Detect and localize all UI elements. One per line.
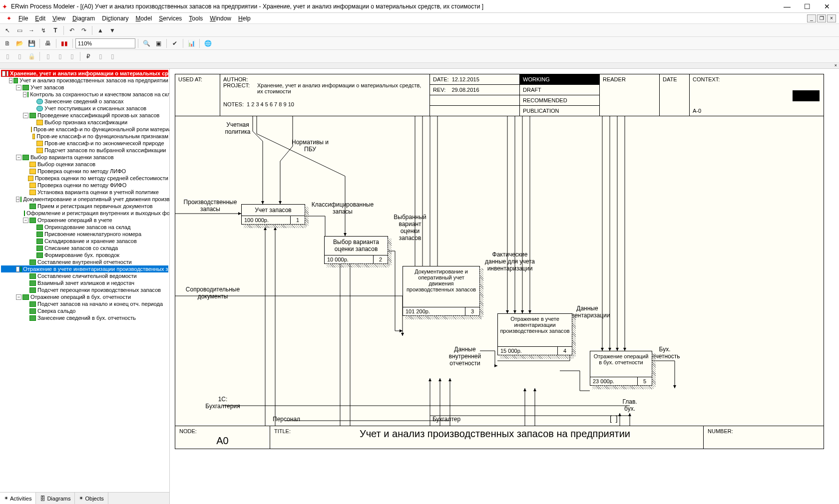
tree-item[interactable]: Сверка сальдо: [1, 307, 168, 314]
menu-help[interactable]: Help: [235, 14, 254, 23]
tree-item[interactable]: Составление сличительной ведомости: [1, 272, 168, 279]
redo-button[interactable]: ↷: [78, 25, 89, 36]
panel-closer[interactable]: ×: [0, 63, 839, 69]
arrow-label: Сопроводительные документы: [180, 286, 245, 300]
tree-item[interactable]: Пров-ие классиф-и по функциональным приз…: [1, 133, 168, 140]
tree-item[interactable]: −Учет запасов: [1, 84, 168, 91]
close-button[interactable]: ✕: [817, 1, 837, 12]
tree-item[interactable]: −Отражение операций в учете: [1, 217, 168, 224]
print-button[interactable]: 🖶: [42, 38, 53, 49]
go-down-button[interactable]: ▼: [107, 25, 118, 36]
tree-item[interactable]: Занесение сведений о запасах: [1, 98, 168, 105]
idef-header: USED AT: AUTHOR: PROJECT:Хранение, учет …: [175, 74, 824, 116]
svc-button-9: ▯: [107, 51, 118, 62]
idef-footer: NODE: A0 TITLE: Учет и анализ производст…: [175, 426, 824, 449]
activity-box-1[interactable]: Учет запасов 100 000р.1: [241, 204, 305, 225]
tree-item[interactable]: Установка варианта оценки в учетной поли…: [1, 189, 168, 196]
tree-item[interactable]: Составление внутренней отчетности: [1, 258, 168, 265]
idef0-frame: USED AT: AUTHOR: PROJECT:Хранение, учет …: [175, 74, 824, 449]
menu-dictionary[interactable]: Dictionary: [98, 14, 132, 23]
tree-item[interactable]: Списание запасов со склада: [1, 245, 168, 252]
services-toolbar: ▯ ▯ 🔒 ▯ ▯ ▯ ₽ ▯ ▯: [0, 50, 839, 63]
tree-item[interactable]: Занесение сведений в бух. отчетность: [1, 314, 168, 321]
menu-tools[interactable]: Tools: [185, 14, 206, 23]
tree-item[interactable]: Проверка оценки по методу средней себест…: [1, 175, 168, 182]
modelmart-button[interactable]: 🌐: [202, 38, 213, 49]
number-cell: NUMBER:: [704, 426, 824, 449]
arrow-tool-button[interactable]: →: [26, 25, 37, 36]
tree-item[interactable]: Пров-ие классиф-и по функциональной роли…: [1, 126, 168, 133]
tree-root[interactable]: −Хранение, учет и анализ информации о ма…: [1, 70, 168, 77]
tree-item[interactable]: Проверка оценки по методу ФИФО: [1, 182, 168, 189]
menu-edit[interactable]: Edit: [31, 14, 49, 23]
new-button[interactable]: 🗎: [2, 38, 13, 49]
menu-window[interactable]: Window: [206, 14, 235, 23]
zoom-in-button[interactable]: 🔍: [141, 38, 152, 49]
tree-item[interactable]: Оформление и регистрация внутренних и вы…: [1, 210, 168, 217]
activity-box-5[interactable]: Отражение операций в бух. отчетности 23 …: [590, 351, 652, 386]
menu-diagram[interactable]: Diagram: [69, 14, 98, 23]
squiggle-tool-button[interactable]: ↯: [38, 25, 49, 36]
tree-item[interactable]: −Выбор варианта оценки запасов: [1, 154, 168, 161]
pointer-tool-button[interactable]: ↖: [2, 25, 13, 36]
activity-tree[interactable]: −Хранение, учет и анализ информации о ма…: [0, 69, 169, 492]
arrow-label: Нормативы и ПБУ: [288, 139, 333, 153]
maximize-button[interactable]: ☐: [797, 1, 817, 12]
open-button[interactable]: 📂: [14, 38, 25, 49]
menu-services[interactable]: Services: [155, 14, 185, 23]
tree-item[interactable]: −Проведение классификаций произв-ых запа…: [1, 112, 168, 119]
tree-item[interactable]: −Документирование и оперативный учет дви…: [1, 196, 168, 203]
tree-item[interactable]: −Учет и анализ производственных запасов …: [1, 77, 168, 84]
tree-item-selected[interactable]: −Отражение в учете инвентаризации произв…: [1, 265, 168, 272]
activity-box-4[interactable]: Отражение в учете инвентаризации произво…: [497, 313, 572, 355]
tree-item[interactable]: −Контроль за сохранностью и качеством за…: [1, 91, 168, 98]
tree-item[interactable]: Присвоение номенклатурного номера: [1, 231, 168, 238]
menu-view[interactable]: View: [49, 14, 69, 23]
svc-button-6: ▯: [66, 51, 77, 62]
diagram-canvas[interactable]: USED AT: AUTHOR: PROJECT:Хранение, учет …: [170, 69, 839, 504]
status-cell: DATE: 12.12.2015 REV: 29.08.2016: [430, 74, 520, 116]
save-button[interactable]: 💾: [26, 38, 37, 49]
app-menu-icon[interactable]: ✦: [3, 14, 15, 23]
tree-item[interactable]: −Отражение операций в бух. отчетности: [1, 293, 168, 300]
tree-item[interactable]: Подсчет запасов на начало и конец отч. п…: [1, 300, 168, 307]
text-tool-button[interactable]: T: [50, 25, 61, 36]
activity-tool-button[interactable]: ▭: [14, 25, 25, 36]
report-button[interactable]: 📊: [186, 38, 197, 49]
separator: [56, 39, 56, 48]
tab-activities[interactable]: ✴Activities: [0, 493, 36, 504]
mdi-close-button[interactable]: ×: [827, 14, 836, 22]
tree-item[interactable]: Формирование бух. проводок: [1, 252, 168, 258]
tree-item[interactable]: Пров-ие классиф-и по экономической приро…: [1, 140, 168, 147]
activity-box-2[interactable]: Выбор варианта оценки запасов 10 000р.2: [324, 236, 388, 264]
menu-file[interactable]: File: [15, 14, 31, 23]
title-cell: TITLE: Учет и анализ производственных за…: [270, 426, 704, 449]
minimize-button[interactable]: —: [777, 1, 797, 12]
tree-item[interactable]: Выбор оценки запасов: [1, 161, 168, 168]
tree-item[interactable]: Подсчет запасов по выбранной классификац…: [1, 147, 168, 154]
tree-item[interactable]: Проверка оценки по методу ЛИФО: [1, 168, 168, 175]
idef-body[interactable]: Учетная политика Нормативы и ПБУ Произво…: [175, 116, 824, 426]
activity-box-3[interactable]: Документирование и оперативный учет движ…: [403, 266, 480, 316]
tree-item[interactable]: Учет поступивших и списанных запасов: [1, 105, 168, 112]
tree-item[interactable]: Складирование и хранение запасов: [1, 238, 168, 245]
model-explorer-button[interactable]: ▮▮: [59, 38, 70, 49]
tree-item[interactable]: Подсчет переоценки производственных запа…: [1, 286, 168, 293]
zoom-fit-button[interactable]: ▣: [153, 38, 164, 49]
spell-button[interactable]: ✔: [169, 38, 180, 49]
zoom-combo[interactable]: [75, 38, 135, 48]
window-controls: — ☐ ✕: [777, 1, 837, 12]
separator: [72, 39, 73, 48]
tree-item[interactable]: Оприходование запасов на склад: [1, 224, 168, 231]
tab-objects[interactable]: ✴Objects: [75, 493, 108, 504]
undo-button[interactable]: ↶: [66, 25, 77, 36]
tree-item[interactable]: Взаимный зачет излишков и недостач: [1, 279, 168, 286]
mdi-restore-button[interactable]: ❐: [817, 14, 826, 22]
mdi-minimize-button[interactable]: _: [807, 14, 816, 22]
tab-diagrams[interactable]: 🗄Diagrams: [36, 493, 75, 504]
tree-item[interactable]: Выбор признака классификации: [1, 119, 168, 126]
svc-button-7[interactable]: ₽: [83, 51, 94, 62]
menu-model[interactable]: Model: [132, 14, 156, 23]
tree-item[interactable]: Прием и регистрация первичных документов: [1, 203, 168, 210]
go-up-button[interactable]: ▲: [95, 25, 106, 36]
